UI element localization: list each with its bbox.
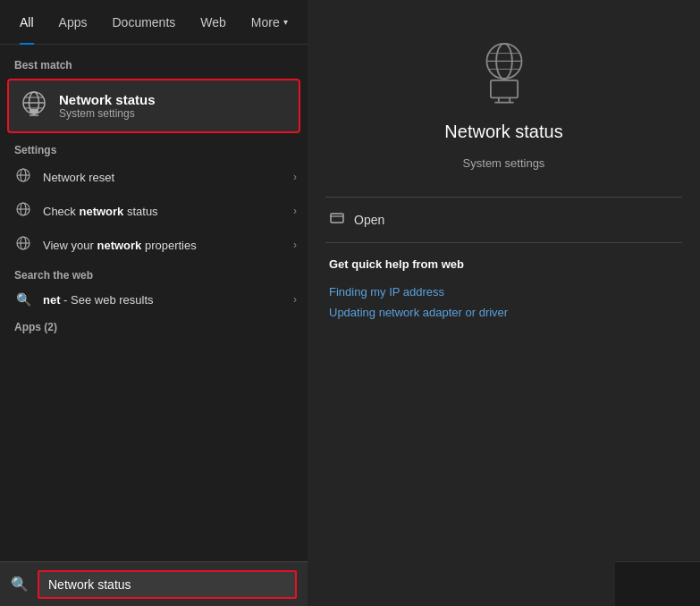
best-match-item[interactable]: Network status System settings <box>7 79 300 133</box>
settings-icon-2 <box>11 201 36 221</box>
chevron-right-icon-2: › <box>293 205 297 217</box>
settings-label: Settings <box>0 137 308 160</box>
chevron-right-icon-web: › <box>293 293 297 306</box>
app-title: Network status <box>444 122 562 142</box>
tab-apps[interactable]: Apps <box>46 0 100 45</box>
search-bar: 🔍 <box>0 561 308 606</box>
search-input[interactable] <box>38 570 297 599</box>
network-status-icon <box>468 36 540 107</box>
tab-all[interactable]: All <box>7 0 46 45</box>
tab-more[interactable]: More ▾ <box>239 0 300 45</box>
right-panel: Network status System settings Open Get … <box>308 0 700 606</box>
app-subtitle: System settings <box>463 156 545 170</box>
svg-rect-5 <box>30 109 38 113</box>
network-reset-text: Network reset <box>43 171 293 184</box>
web-search-item[interactable]: 🔍 net - See web results › <box>0 285 308 314</box>
chevron-right-icon-1: › <box>293 171 297 183</box>
help-title: Get quick help from web <box>329 257 679 271</box>
best-match-label: Best match <box>0 52 308 75</box>
chevron-down-icon: ▾ <box>283 17 288 27</box>
network-properties-text: View your network properties <box>43 239 293 252</box>
list-item-network-properties[interactable]: View your network properties › <box>0 228 308 262</box>
taskbar: ⊙ <box>615 561 700 606</box>
svg-rect-22 <box>490 80 517 98</box>
tab-documents[interactable]: Documents <box>99 0 188 45</box>
settings-icon-1 <box>11 167 36 187</box>
best-match-title: Network status <box>59 92 156 107</box>
search-bar-icon: 🔍 <box>11 576 29 593</box>
list-item-check-network[interactable]: Check network status › <box>0 194 308 228</box>
best-match-subtitle: System settings <box>59 107 156 120</box>
web-search-text: net - See web results <box>43 293 293 307</box>
check-network-text: Check network status <box>43 205 293 218</box>
svg-rect-26 <box>331 214 343 223</box>
help-link-1[interactable]: Finding my IP address <box>329 282 679 302</box>
help-section: Get quick help from web Finding my IP ad… <box>308 243 700 330</box>
open-label: Open <box>354 213 384 227</box>
chevron-right-icon-3: › <box>293 239 297 251</box>
settings-icon-3 <box>11 235 36 255</box>
open-button[interactable]: Open <box>308 198 700 242</box>
tab-web[interactable]: Web <box>188 0 239 45</box>
apps-label: Apps (2) <box>0 314 308 337</box>
left-panel: All Apps Documents Web More ▾ ··· ✕ Best… <box>0 0 308 606</box>
network-icon <box>20 89 48 122</box>
app-hero: Network status System settings <box>308 0 700 197</box>
results-area: Best match Network status System setting… <box>0 45 308 561</box>
tab-bar: All Apps Documents Web More ▾ ··· ✕ <box>0 0 308 45</box>
open-icon <box>329 210 345 230</box>
search-icon: 🔍 <box>11 292 36 307</box>
best-match-text: Network status System settings <box>59 92 156 120</box>
help-link-2[interactable]: Updating network adapter or driver <box>329 302 679 323</box>
list-item-network-reset[interactable]: Network reset › <box>0 160 308 194</box>
search-web-label: Search the web <box>0 262 308 285</box>
